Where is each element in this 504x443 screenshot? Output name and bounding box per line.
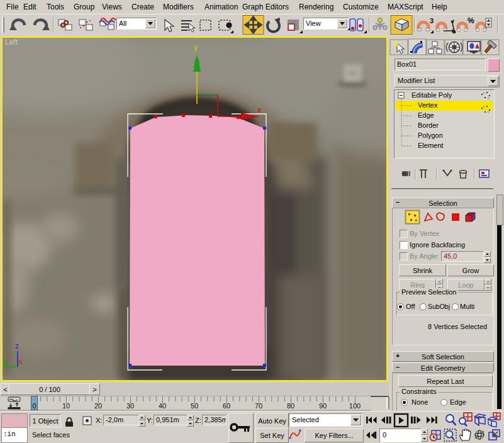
- svg-text:100: 100: [349, 402, 361, 410]
- svg-text:30: 30: [126, 402, 134, 410]
- svg-text:y: y: [194, 43, 198, 52]
- svg-text:10: 10: [62, 402, 70, 410]
- svg-text:50: 50: [191, 402, 198, 410]
- svg-text:40: 40: [159, 402, 166, 410]
- svg-text:60: 60: [223, 402, 230, 410]
- svg-text:x: x: [257, 106, 261, 115]
- svg-text:x: x: [19, 357, 23, 366]
- svg-text:Left: Left: [5, 38, 18, 47]
- svg-text:20: 20: [94, 402, 102, 410]
- svg-text:z: z: [15, 342, 19, 350]
- svg-text:80: 80: [287, 402, 294, 410]
- svg-text:0: 0: [32, 402, 36, 410]
- svg-text:90: 90: [319, 402, 327, 410]
- svg-text:70: 70: [255, 402, 262, 410]
- svg-text:3: 3: [430, 17, 434, 25]
- svg-text:y: y: [3, 357, 6, 366]
- svg-text:%: %: [468, 16, 474, 25]
